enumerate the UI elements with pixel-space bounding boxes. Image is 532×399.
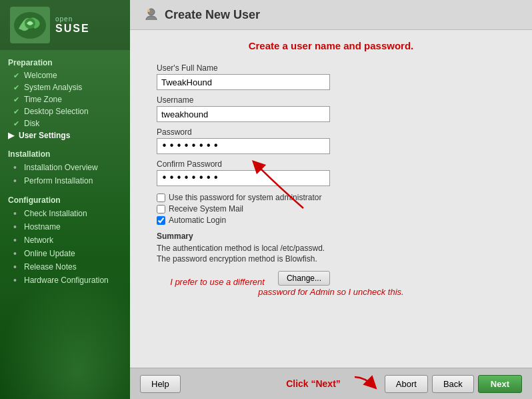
sidebar-item-release-notes[interactable]: • Release Notes xyxy=(0,260,130,274)
sidebar-item-network[interactable]: • Network xyxy=(0,234,130,247)
sidebar-item-hostname[interactable]: • Hostname xyxy=(0,220,130,234)
sidebar-item-disk[interactable]: ✔ Disk xyxy=(0,117,130,129)
bullet-icon: • xyxy=(13,175,21,186)
installation-section-title: Installation xyxy=(0,144,130,161)
arrow-icon: ▶ xyxy=(8,131,16,140)
automatic-login-label: Automatic Login xyxy=(169,216,226,225)
check-icon: ✔ xyxy=(13,119,21,128)
sidebar: open SUSE Preparation ✔ Welcome ✔ System… xyxy=(0,0,130,399)
next-arrow-annotation xyxy=(351,374,378,394)
summary-line2: The password encryption method is Blowfi… xyxy=(157,254,505,264)
receive-system-mail-checkbox[interactable] xyxy=(157,205,165,214)
bullet-icon: • xyxy=(13,248,21,259)
bullet-icon: • xyxy=(13,262,21,272)
bullet-icon: • xyxy=(13,162,21,173)
username-input[interactable] xyxy=(157,106,330,122)
full-name-group: User's Full Name xyxy=(157,63,505,90)
bullet-icon: • xyxy=(13,235,21,246)
bullet-icon: • xyxy=(13,208,21,219)
logo-image xyxy=(10,7,50,43)
main-body: Create a user name and password. User's … xyxy=(130,30,532,368)
use-admin-password-checkbox[interactable] xyxy=(157,193,165,202)
bottom-right-buttons: Click “Next” Abort Back Next xyxy=(286,374,522,394)
confirm-password-label: Confirm Password xyxy=(157,159,505,169)
sidebar-item-hardware-configuration[interactable]: • Hardware Configuration xyxy=(0,274,130,287)
sidebar-item-desktop-selection[interactable]: ✔ Desktop Selection xyxy=(0,105,130,117)
automatic-login-row: Automatic Login xyxy=(157,216,505,225)
sidebar-item-online-update[interactable]: • Online Update xyxy=(0,247,130,260)
click-next-annotation: Click “Next” xyxy=(286,378,341,389)
use-admin-password-row: Use this password for system administrat… xyxy=(157,193,505,202)
confirm-password-group: Confirm Password xyxy=(157,159,505,186)
sidebar-item-system-analysis[interactable]: ✔ System Analysis xyxy=(0,81,130,93)
change-button[interactable]: Change... xyxy=(278,271,330,286)
abort-button[interactable]: Abort xyxy=(385,375,428,393)
receive-system-mail-label: Receive System Mail xyxy=(169,204,243,214)
next-button[interactable]: Next xyxy=(478,375,522,393)
sidebar-item-time-zone[interactable]: ✔ Time Zone xyxy=(0,93,130,105)
password-group: Password xyxy=(157,127,505,154)
password-input[interactable] xyxy=(157,138,330,154)
page-title: Create New User xyxy=(165,8,260,22)
bullet-icon: • xyxy=(13,275,21,286)
preparation-section-title: Preparation xyxy=(0,53,130,69)
full-name-label: User's Full Name xyxy=(157,63,505,73)
logo-area: open SUSE xyxy=(0,0,130,50)
summary-line1: The authentication method is local /etc/… xyxy=(157,244,505,253)
summary-section: Summary The authentication method is loc… xyxy=(157,232,505,264)
main-panel: Create New User Create a user name and p… xyxy=(130,0,532,399)
check-icon: ✔ xyxy=(13,107,21,116)
full-name-input[interactable] xyxy=(157,74,330,90)
help-button[interactable]: Help xyxy=(140,375,181,393)
automatic-login-checkbox[interactable] xyxy=(157,216,165,225)
receive-system-mail-row: Receive System Mail xyxy=(157,204,505,214)
summary-title: Summary xyxy=(157,232,505,241)
username-group: Username xyxy=(157,95,505,122)
user-icon xyxy=(143,7,159,23)
check-icon: ✔ xyxy=(13,71,21,80)
configuration-section-title: Configuration xyxy=(0,190,130,207)
username-label: Username xyxy=(157,95,505,105)
bottom-bar: Help Click “Next” Abort Back Next xyxy=(130,368,532,399)
back-button[interactable]: Back xyxy=(432,375,474,393)
sidebar-item-perform-installation[interactable]: • Perform Installation xyxy=(0,174,130,187)
bullet-icon: • xyxy=(13,222,21,232)
bottom-left-buttons: Help xyxy=(140,375,181,393)
logo-text: open SUSE xyxy=(55,15,90,35)
page-header: Create New User xyxy=(130,0,532,30)
check-icon: ✔ xyxy=(13,95,21,104)
check-icon: ✔ xyxy=(13,83,21,92)
options-checkboxes: Use this password for system administrat… xyxy=(157,193,505,225)
svg-point-3 xyxy=(147,9,150,12)
sidebar-item-installation-overview[interactable]: • Installation Overview xyxy=(0,161,130,174)
sidebar-item-check-installation[interactable]: • Check Installation xyxy=(0,207,130,220)
annotation-text: I prefer to use a different password for… xyxy=(157,277,505,297)
annotation-arrow xyxy=(237,158,317,212)
sidebar-item-welcome[interactable]: ✔ Welcome xyxy=(0,69,130,81)
password-label: Password xyxy=(157,127,505,137)
sidebar-item-user-settings[interactable]: ▶ User Settings xyxy=(0,129,130,141)
form-subtitle: Create a user name and password. xyxy=(157,40,505,51)
